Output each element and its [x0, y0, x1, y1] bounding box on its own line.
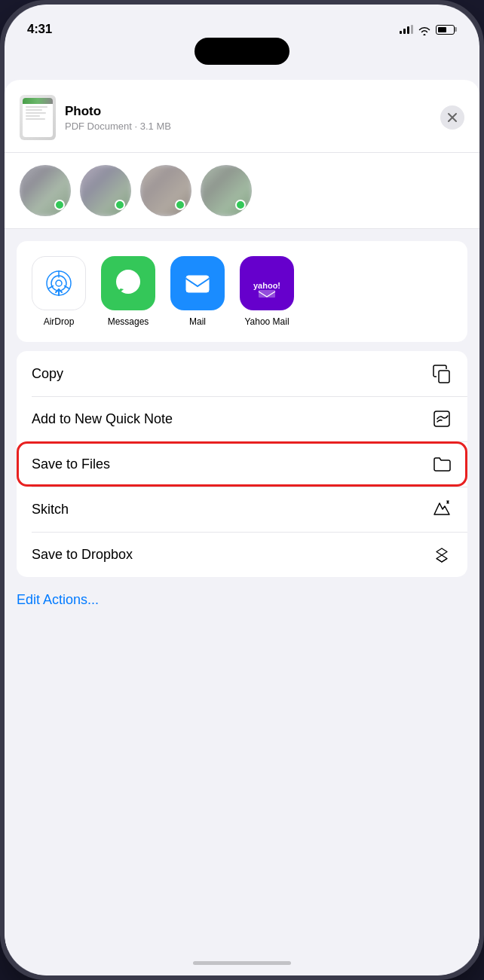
- status-icons: [400, 25, 457, 35]
- main-content: Photo PDF Document · 3.1 MB: [5, 65, 479, 950]
- airdrop-label: AirDrop: [44, 316, 75, 327]
- folder-icon: [431, 453, 452, 475]
- svg-text:yahoo!: yahoo!: [253, 281, 280, 290]
- share-header-left: Photo PDF Document · 3.1 MB: [20, 95, 171, 140]
- close-button[interactable]: [440, 105, 464, 130]
- skitch-label: Skitch: [32, 502, 69, 517]
- app-item-airdrop[interactable]: AirDrop: [32, 256, 86, 327]
- airdrop-icon: [32, 256, 86, 310]
- messages-label: Messages: [108, 316, 149, 327]
- dropbox-icon: [431, 544, 452, 565]
- quick-note-icon: [431, 408, 452, 429]
- phone-frame: 4:31: [0, 0, 484, 980]
- action-save-dropbox[interactable]: Save to Dropbox: [17, 532, 467, 577]
- status-time: 4:31: [27, 22, 52, 37]
- yahoo-mail-label: Yahoo Mail: [244, 316, 289, 327]
- signal-icon: [400, 25, 413, 34]
- wifi-icon: [418, 25, 430, 34]
- share-sheet: Photo PDF Document · 3.1 MB: [5, 80, 479, 950]
- yahoo-mail-icon: yahoo!: [240, 256, 294, 310]
- avatar[interactable]: [20, 165, 71, 216]
- svg-rect-12: [434, 411, 449, 426]
- close-icon: [447, 112, 458, 123]
- mail-label: Mail: [189, 316, 206, 327]
- edit-actions: Edit Actions...: [5, 577, 479, 615]
- svg-rect-11: [439, 371, 449, 383]
- doc-title: Photo: [65, 104, 171, 119]
- svg-point-2: [56, 280, 62, 286]
- action-save-to-files[interactable]: Save to Files: [17, 441, 467, 487]
- action-skitch[interactable]: Skitch: [17, 487, 467, 532]
- quick-note-label: Add to New Quick Note: [32, 411, 173, 427]
- actions-list: Copy Add to New Quick Note: [17, 351, 467, 577]
- skitch-icon: [431, 499, 452, 520]
- messages-icon: [101, 256, 155, 310]
- copy-label: Copy: [32, 366, 63, 382]
- avatar[interactable]: [201, 165, 252, 216]
- dynamic-island: [195, 38, 289, 65]
- action-copy[interactable]: Copy: [17, 351, 467, 396]
- doc-subtitle: PDF Document · 3.1 MB: [65, 121, 171, 132]
- share-header-info: Photo PDF Document · 3.1 MB: [65, 104, 171, 132]
- screen: 4:31: [5, 5, 479, 975]
- battery-icon: [436, 25, 457, 35]
- avatar[interactable]: [80, 165, 131, 216]
- doc-thumbnail: [20, 95, 56, 140]
- save-to-dropbox-label: Save to Dropbox: [32, 547, 133, 563]
- copy-icon: [431, 363, 452, 384]
- app-item-yahoo-mail[interactable]: yahoo! Yahoo Mail: [240, 256, 294, 327]
- action-quick-note[interactable]: Add to New Quick Note: [17, 396, 467, 441]
- people-row[interactable]: [5, 153, 479, 229]
- edit-actions-link[interactable]: Edit Actions...: [17, 592, 99, 607]
- save-to-files-label: Save to Files: [32, 456, 110, 472]
- home-indicator: [5, 950, 479, 975]
- mail-icon: [170, 256, 225, 310]
- home-bar: [193, 961, 291, 965]
- app-item-mail[interactable]: Mail: [170, 256, 225, 327]
- apps-row: AirDrop Messages: [17, 241, 467, 342]
- avatar[interactable]: [140, 165, 191, 216]
- app-item-messages[interactable]: Messages: [101, 256, 155, 327]
- share-header: Photo PDF Document · 3.1 MB: [5, 80, 479, 153]
